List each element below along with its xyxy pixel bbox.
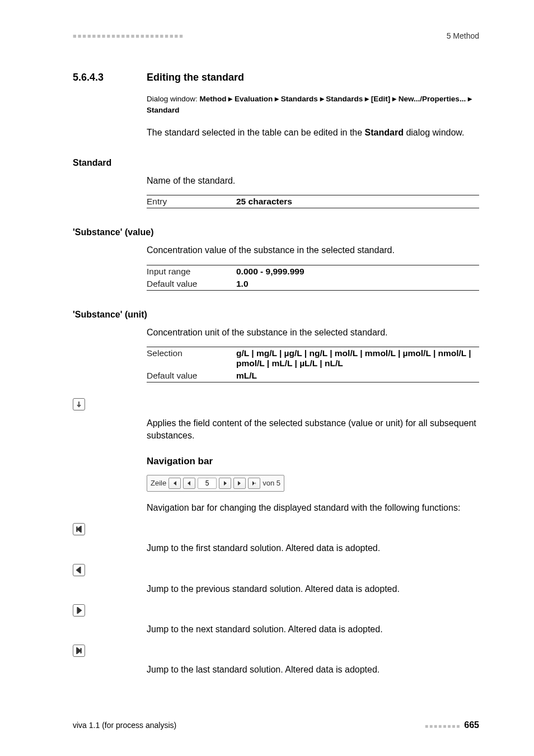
- prop-key: Default value: [147, 278, 236, 291]
- navbar-desc: Navigation bar for changing the displaye…: [147, 502, 479, 514]
- prop-val: 25 characters: [236, 195, 479, 208]
- nav-next-icon[interactable]: [219, 478, 231, 489]
- nav-prev-icon[interactable]: [73, 564, 85, 576]
- navbar-label-left: Zeile: [151, 479, 166, 487]
- prop-val: 1.0: [236, 278, 479, 291]
- intro-pre: The standard selected in the table can b…: [147, 128, 365, 137]
- prop-val: 0.000 - 9,999.999: [236, 265, 479, 278]
- field-desc-standard: Name of the standard.: [147, 175, 479, 187]
- page-header: ■■■■■■■■■■■■■■■■■■■■■■■ 5 Method: [73, 31, 479, 40]
- nav-prev-icon[interactable]: [183, 478, 195, 489]
- dialog-path: Dialog window: Method ▸ Evaluation ▸ Sta…: [147, 94, 479, 116]
- prop-val: g/L | mg/L | µg/L | ng/L | mol/L | mmol/…: [236, 347, 479, 370]
- apply-down-text: Applies the field content of the selecte…: [147, 417, 479, 442]
- nav-last-desc: Jump to the last standard solution. Alte…: [147, 664, 479, 676]
- prop-key: Default value: [147, 370, 236, 382]
- nav-first-desc: Jump to the first standard solution. Alt…: [147, 542, 479, 554]
- intro-bold: Standard: [365, 128, 404, 137]
- header-dashes: ■■■■■■■■■■■■■■■■■■■■■■■: [73, 32, 184, 39]
- navbar-value[interactable]: 5: [198, 478, 217, 489]
- intro-post: dialog window.: [404, 128, 465, 137]
- page-footer: viva 1.1 (for process analysis) ■■■■■■■■…: [73, 720, 479, 730]
- footer-page: 665: [464, 720, 479, 730]
- field-label-standard: Standard: [73, 158, 479, 168]
- nav-last-icon[interactable]: [73, 645, 85, 657]
- field-desc-sub-value: Concentration value of the substance in …: [147, 244, 479, 256]
- nav-next-icon[interactable]: [73, 604, 85, 617]
- section-heading: 5.6.4.3 Editing the standard: [73, 72, 479, 83]
- navigation-bar: Zeile 5 von 5: [147, 475, 284, 492]
- nav-prev-desc: Jump to the previous standard solution. …: [147, 583, 479, 595]
- field-desc-sub-unit: Concentration unit of the substance in t…: [147, 326, 479, 339]
- prop-key: Input range: [147, 265, 236, 278]
- arrow-down-icon[interactable]: [73, 398, 85, 410]
- field-label-sub-unit: 'Substance' (unit): [73, 310, 479, 320]
- prop-table-sub-unit: Selectiong/L | mg/L | µg/L | ng/L | mol/…: [147, 347, 479, 382]
- nav-new-icon[interactable]: [248, 478, 260, 489]
- prop-table-sub-value: Input range0.000 - 9,999.999 Default val…: [147, 265, 479, 291]
- footer-dashes: ■■■■■■■■: [425, 723, 461, 729]
- prop-key: Entry: [147, 195, 236, 208]
- nav-last-icon[interactable]: [233, 478, 246, 489]
- prop-table-standard: Entry25 characters: [147, 195, 479, 208]
- intro-text: The standard selected in the table can b…: [147, 127, 479, 139]
- section-title: Editing the standard: [147, 72, 244, 83]
- nav-next-desc: Jump to the next standard solution. Alte…: [147, 623, 479, 636]
- prop-val: mL/L: [236, 370, 479, 382]
- section-number: 5.6.4.3: [73, 72, 147, 83]
- nav-first-icon[interactable]: [73, 523, 85, 535]
- nav-first-icon[interactable]: [168, 478, 181, 489]
- footer-left: viva 1.1 (for process analysis): [73, 721, 176, 730]
- dialog-prefix: Dialog window:: [147, 95, 198, 103]
- prop-key: Selection: [147, 347, 236, 370]
- header-chapter: 5 Method: [447, 31, 479, 40]
- navbar-label-right: von 5: [263, 479, 280, 487]
- navigation-bar-heading: Navigation bar: [147, 456, 479, 467]
- field-label-sub-value: 'Substance' (value): [73, 227, 479, 237]
